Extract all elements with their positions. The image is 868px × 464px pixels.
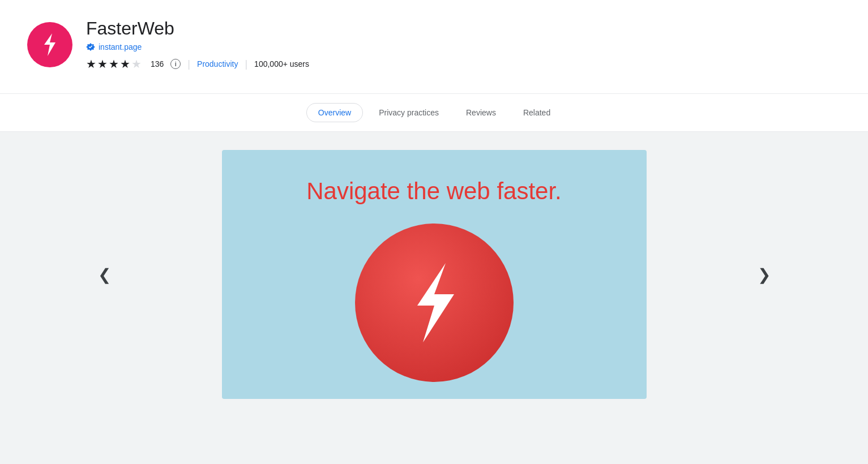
content-section: ❮ Navigate the web faster. ❯: [0, 132, 868, 417]
svg-marker-0: [44, 33, 55, 56]
verified-badge-icon: [86, 42, 95, 51]
nav-tabs-section: Overview Privacy practices Reviews Relat…: [0, 94, 868, 132]
star-1: ★: [86, 57, 96, 71]
star-2: ★: [97, 57, 108, 71]
slide-headline: Navigate the web faster.: [306, 177, 562, 205]
carousel-slide: Navigate the web faster.: [222, 150, 647, 399]
tab-related[interactable]: Related: [512, 104, 562, 122]
carousel-prev-button[interactable]: ❮: [91, 261, 118, 288]
info-icon[interactable]: i: [170, 59, 181, 69]
divider-1: |: [187, 58, 190, 70]
tab-reviews[interactable]: Reviews: [455, 104, 507, 122]
star-5: ★: [131, 57, 142, 71]
header-section: FasterWeb instant.page ★ ★ ★ ★ ★: [0, 0, 868, 93]
star-rating: ★ ★ ★ ★ ★: [86, 57, 142, 71]
app-icon: [27, 22, 72, 67]
nav-tabs: Overview Privacy practices Reviews Relat…: [306, 103, 562, 122]
divider-2: |: [245, 58, 247, 70]
app-details: FasterWeb instant.page ★ ★ ★ ★ ★: [86, 18, 309, 71]
tab-privacy[interactable]: Privacy practices: [367, 104, 450, 122]
star-4: ★: [120, 57, 130, 71]
developer-link[interactable]: instant.page: [86, 42, 309, 51]
app-name: FasterWeb: [86, 18, 309, 39]
review-count: 136: [151, 59, 164, 68]
app-meta-row: ★ ★ ★ ★ ★ 136 i | Productivity | 100,000…: [86, 57, 309, 71]
lightning-icon-header: [40, 32, 60, 57]
users-count: 100,000+ users: [254, 59, 309, 68]
prev-arrow-icon: ❮: [98, 265, 111, 284]
slide-logo-circle: [355, 224, 514, 382]
carousel-wrapper: ❮ Navigate the web faster. ❯: [0, 150, 868, 399]
developer-name: instant.page: [99, 42, 142, 51]
carousel-next-button[interactable]: ❯: [750, 261, 777, 288]
category-link[interactable]: Productivity: [197, 59, 238, 68]
app-info-row: FasterWeb instant.page ★ ★ ★ ★ ★: [27, 18, 841, 71]
lightning-bolt-icon: [397, 257, 471, 348]
tab-overview[interactable]: Overview: [306, 103, 363, 122]
svg-marker-1: [417, 263, 454, 342]
next-arrow-icon: ❯: [758, 265, 771, 284]
star-3: ★: [109, 57, 119, 71]
